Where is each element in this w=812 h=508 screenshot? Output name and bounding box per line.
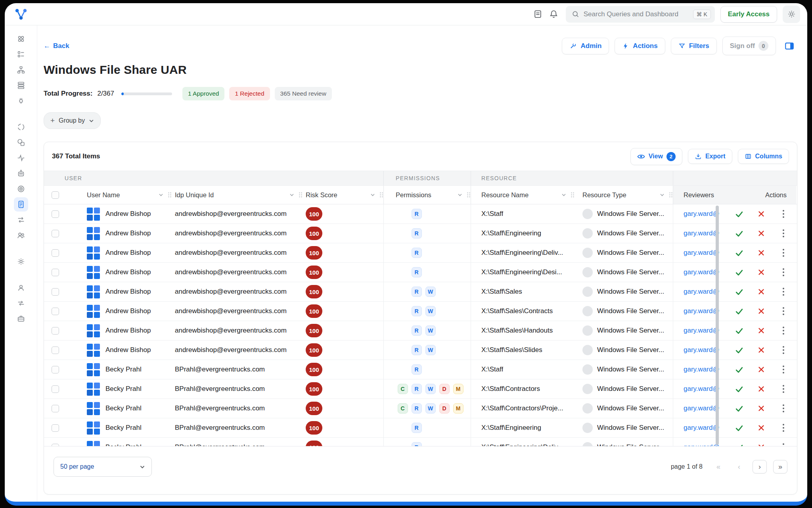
- sort-chevron-icon[interactable]: [561, 193, 566, 196]
- approve-button[interactable]: [732, 402, 746, 415]
- pagination-next-button[interactable]: ›: [753, 460, 767, 473]
- columns-button[interactable]: Columns: [738, 149, 789, 164]
- sidebar-item-transfer[interactable]: [14, 296, 28, 310]
- sort-chevron-icon[interactable]: [159, 193, 163, 196]
- approve-button[interactable]: [732, 324, 746, 337]
- sidebar-item-account[interactable]: [14, 281, 28, 295]
- row-more-button[interactable]: [777, 343, 790, 357]
- reject-button[interactable]: [755, 402, 768, 415]
- reviewer-link[interactable]: gary.ward@: [684, 210, 720, 218]
- sidebar-item-access-reviews[interactable]: [14, 197, 28, 212]
- column-drag-handle-icon[interactable]: [379, 192, 383, 198]
- approve-button[interactable]: [732, 421, 746, 435]
- column-drag-handle-icon[interactable]: [299, 192, 303, 198]
- row-checkbox[interactable]: [52, 308, 59, 315]
- reject-button[interactable]: [755, 207, 768, 221]
- column-header-permissions[interactable]: Permissions: [383, 186, 471, 204]
- column-header-idp-unique-id[interactable]: Idp Unique Id: [172, 186, 303, 204]
- sidebar-item-settings[interactable]: [14, 254, 28, 269]
- approve-button[interactable]: [732, 285, 746, 298]
- settings-gear-button[interactable]: [783, 6, 800, 23]
- sidebar-item-automations[interactable]: [14, 166, 28, 181]
- approve-button[interactable]: [732, 227, 746, 240]
- reject-button[interactable]: [755, 304, 768, 318]
- sidebar-item-activity[interactable]: [14, 151, 28, 165]
- global-search[interactable]: ⌘ K: [566, 6, 715, 23]
- sort-chevron-icon[interactable]: [370, 193, 375, 196]
- reviewer-link[interactable]: gary.ward@: [684, 346, 720, 354]
- select-all-checkbox[interactable]: [52, 191, 59, 199]
- pagination-first-button[interactable]: «: [711, 460, 726, 473]
- reader-icon[interactable]: [530, 6, 546, 22]
- reviewer-link[interactable]: gary.ward@: [684, 424, 720, 432]
- row-checkbox[interactable]: [52, 249, 59, 257]
- group-by-button[interactable]: + Group by: [44, 112, 101, 129]
- sidebar-item-flows[interactable]: [14, 63, 28, 77]
- row-checkbox[interactable]: [52, 444, 59, 446]
- app-logo[interactable]: [5, 8, 37, 21]
- sidebar-item-identities[interactable]: [14, 228, 28, 242]
- column-drag-handle-icon[interactable]: [669, 192, 673, 198]
- pagination-last-button[interactable]: »: [773, 460, 787, 473]
- approve-button[interactable]: [732, 304, 746, 318]
- row-more-button[interactable]: [777, 207, 790, 221]
- approve-button[interactable]: [732, 343, 746, 357]
- search-input[interactable]: [584, 10, 689, 18]
- reject-button[interactable]: [755, 421, 768, 435]
- approve-button[interactable]: [732, 246, 746, 260]
- reject-button[interactable]: [755, 363, 768, 376]
- row-more-button[interactable]: [777, 421, 790, 435]
- column-drag-handle-icon[interactable]: [571, 192, 575, 198]
- admin-button[interactable]: Admin: [562, 38, 609, 54]
- column-header-risk-score[interactable]: Risk Score: [303, 186, 383, 204]
- row-more-button[interactable]: [777, 227, 790, 240]
- column-drag-handle-icon[interactable]: [168, 192, 172, 198]
- reject-button[interactable]: [755, 266, 768, 279]
- row-more-button[interactable]: [777, 402, 790, 415]
- row-checkbox[interactable]: [52, 327, 59, 335]
- row-more-button[interactable]: [777, 246, 790, 260]
- row-checkbox[interactable]: [52, 346, 59, 354]
- row-more-button[interactable]: [777, 285, 790, 298]
- row-checkbox[interactable]: [52, 424, 59, 432]
- column-header-reviewers[interactable]: Reviewers: [673, 186, 726, 204]
- sidebar-item-integrations[interactable]: [14, 94, 28, 108]
- row-checkbox[interactable]: [52, 385, 59, 393]
- back-button[interactable]: ← Back: [44, 42, 69, 50]
- reject-button[interactable]: [755, 227, 768, 240]
- sort-chevron-icon[interactable]: [458, 193, 462, 196]
- reject-button[interactable]: [755, 285, 768, 298]
- sidebar-item-workflows[interactable]: [14, 213, 28, 227]
- sidebar-item-workspace[interactable]: [14, 312, 28, 326]
- sidebar-item-data-sources[interactable]: [14, 78, 28, 92]
- reviewer-link[interactable]: gary.ward@: [684, 288, 720, 296]
- early-access-button[interactable]: Early Access: [720, 6, 777, 23]
- view-button[interactable]: View 2: [630, 148, 682, 165]
- sidebar-item-apps[interactable]: [14, 135, 28, 150]
- column-header-actions[interactable]: Actions: [726, 186, 796, 204]
- sidebar-item-dashboard[interactable]: [14, 32, 28, 46]
- reject-button[interactable]: [755, 324, 768, 337]
- filters-button[interactable]: Filters: [671, 38, 717, 54]
- pagination-prev-button[interactable]: ‹: [732, 460, 746, 473]
- reviewer-link[interactable]: gary.ward@: [684, 229, 720, 237]
- side-panel-toggle-button[interactable]: [781, 38, 797, 54]
- sign-off-button[interactable]: Sign off 0: [722, 37, 776, 55]
- row-checkbox[interactable]: [52, 230, 59, 237]
- row-more-button[interactable]: [777, 382, 790, 396]
- row-more-button[interactable]: [777, 304, 790, 318]
- sidebar-item-reports[interactable]: [14, 47, 28, 62]
- row-more-button[interactable]: [777, 363, 790, 376]
- sidebar-item-insights[interactable]: [14, 182, 28, 196]
- export-button[interactable]: Export: [688, 149, 732, 164]
- reviewer-link[interactable]: gary.ward@: [684, 443, 720, 446]
- reviewer-link[interactable]: gary.ward@: [684, 404, 720, 412]
- sort-chevron-icon[interactable]: [660, 193, 665, 196]
- row-more-button[interactable]: [777, 324, 790, 337]
- per-page-select[interactable]: 50 per page: [54, 457, 152, 477]
- table-scrollbar[interactable]: [716, 206, 719, 445]
- row-checkbox[interactable]: [52, 210, 59, 218]
- reject-button[interactable]: [755, 441, 768, 446]
- approve-button[interactable]: [732, 207, 746, 221]
- actions-button[interactable]: Actions: [615, 38, 665, 54]
